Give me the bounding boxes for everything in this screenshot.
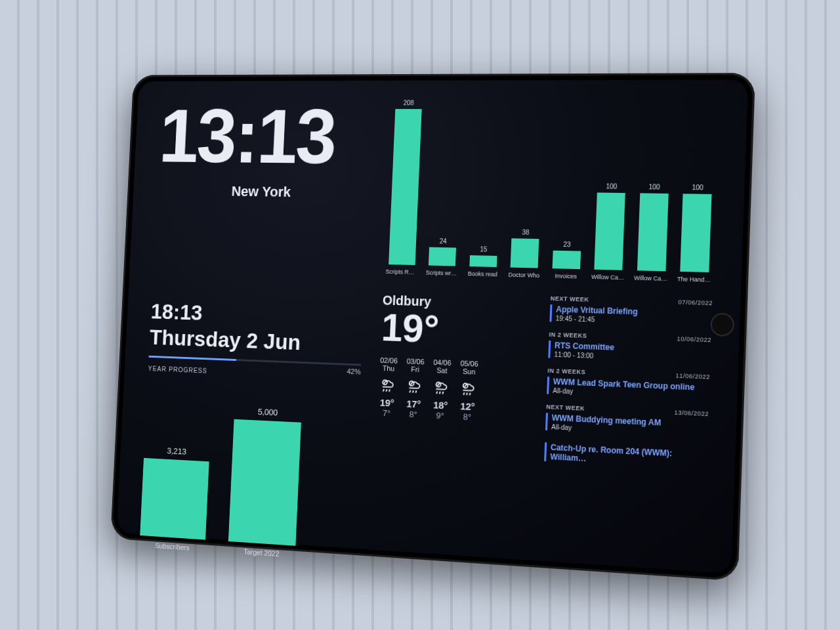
bar-label: Target 2022 [243,547,280,558]
agenda-when: NEXT WEEK [551,295,589,303]
svg-line-5 [410,390,410,393]
svg-line-10 [440,392,440,394]
bar-label: Scripts Read [385,268,417,276]
agenda-body: Catch-Up re. Room 204 (WWM): William… [544,442,707,470]
forecast-dow: Sat [433,366,452,375]
forecast-date: 04/06 [433,358,452,367]
bar [637,193,669,271]
forecast-high: 18° [431,399,450,411]
weather-icon [405,375,423,394]
forecast-date: 05/06 [460,359,478,368]
bar-label: Books read [468,270,497,278]
weather-widget: Oldbury 19° 02/06Thu19°7°03/06Fri17°8°04… [371,293,531,574]
bar [228,419,301,546]
tasks-bar: 100Willow Cabins… [632,183,673,282]
bar-value: 100 [606,182,617,190]
forecast-dow: Sun [460,367,478,375]
home-button[interactable] [710,312,734,337]
bar-value: 24 [439,238,446,245]
bar-label: Scripts written [426,269,458,276]
weather-icon [459,378,478,397]
tasks-bar: 24Scripts written [424,238,461,277]
bar-value: 38 [522,228,530,236]
agenda-item[interactable]: IN 2 WEEKS11/06/2022WWM Lead Spark Teen … [547,368,710,401]
forecast-day: 05/06Sun12°8° [458,359,478,422]
tasks-bar: 23Invoices [547,240,585,280]
agenda-date: 10/06/2022 [677,335,711,343]
agenda-item[interactable]: Catch-Up re. Room 204 (WWM): William… [544,440,707,470]
primary-time: 13:13 [158,100,372,173]
forecast-high: 19° [378,396,396,408]
forecast-low: 9° [431,410,450,421]
forecast-low: 7° [377,408,396,418]
agenda-when: IN 2 WEEKS [549,331,587,339]
forecast-day: 03/06Fri17°8° [404,357,425,419]
dashboard-screen: 13:13 New York 18:13 Thursday 2 Jun 42% … [141,100,720,544]
subscribers-bar: 5,000Target 2022 [228,406,302,558]
bar-value: 100 [692,184,704,192]
agenda-title: Catch-Up re. Room 204 (WWM): William… [550,443,707,470]
primary-city: New York [156,182,369,202]
subscribers-chart: 3,213Subscribers5,000Target 2022 [139,396,359,562]
tablet-frame: 13:13 New York 18:13 Thursday 2 Jun 42% … [110,73,755,581]
svg-line-11 [442,392,443,394]
svg-line-7 [415,390,416,393]
progress-track [149,356,362,366]
forecast-low: 8° [404,409,423,419]
tasks-bar: 100Willow Cabins… [589,182,630,281]
progress-label: YEAR PROGRESS [148,365,360,381]
forecast-date: 02/06 [380,356,398,365]
forecast-low: 8° [458,411,476,422]
tasks-bar: 208Scripts Read [384,99,427,276]
bar-label: Willow Cabins… [591,274,625,282]
agenda-body: WWM Lead Spark Teen Group onlineAll-day [547,377,710,401]
agenda-item[interactable]: NEXT WEEK13/06/2022WWM Buddying meeting … [545,404,709,438]
bar [388,109,422,265]
bar [595,192,625,270]
bar-value: 208 [403,99,413,106]
tasks-chart: 208Scripts Read24Scripts written15Books … [384,100,720,283]
agenda-item[interactable]: IN 2 WEEKS10/06/2022RTS Committee11:00 -… [548,331,711,364]
year-progress: 42% YEAR PROGRESS [148,356,361,381]
svg-line-9 [436,391,437,394]
bar [511,238,539,268]
bar-label: Doctor Who [508,272,539,279]
weather-current-temp: 19° [381,308,530,352]
svg-line-13 [463,392,464,395]
agenda-item[interactable]: NEXT WEEK07/06/2022Apple Vritual Briefin… [549,295,713,327]
secondary-clock: 18:13 Thursday 2 Jun 42% YEAR PROGRESS [148,299,364,381]
agenda-body: Apple Vritual Briefing19:45 - 21:45 [549,304,712,327]
svg-line-15 [470,393,471,396]
agenda-body: RTS Committee11:00 - 13:00 [548,341,711,364]
bar-value: 23 [563,241,571,248]
forecast-row: 02/06Thu19°7°03/06Fri17°8°04/06Sat18°9°0… [377,356,528,425]
svg-line-1 [383,389,384,392]
forecast-day: 04/06Sat18°9° [431,358,452,421]
bar-value: 100 [648,183,660,190]
forecast-dow: Fri [406,365,425,373]
tasks-bar: 38Doctor Who [506,228,544,279]
svg-line-2 [386,389,387,392]
forecast-dow: Thu [379,364,397,373]
bar [552,251,580,269]
bar [681,194,712,272]
progress-fill [149,356,236,361]
subscribers-bar: 3,213Subscribers [139,445,209,553]
bar-value: 5,000 [258,407,278,417]
bar [429,247,456,266]
svg-line-6 [413,390,413,393]
svg-line-14 [467,392,467,395]
bar-label: Subscribers [155,541,190,551]
agenda-date: 13/06/2022 [674,409,709,417]
forecast-date: 03/06 [406,357,425,366]
forecast-high: 17° [404,398,423,410]
bar [140,458,209,540]
svg-line-3 [389,389,390,392]
bar [469,255,497,267]
agenda-date: 11/06/2022 [675,372,710,380]
bar-value: 3,213 [167,446,186,456]
tasks-bar: 100The Handover… [675,184,717,284]
progress-percent: 42% [346,368,361,376]
weather-icon [379,375,397,394]
primary-clock: 13:13 New York [153,100,373,274]
